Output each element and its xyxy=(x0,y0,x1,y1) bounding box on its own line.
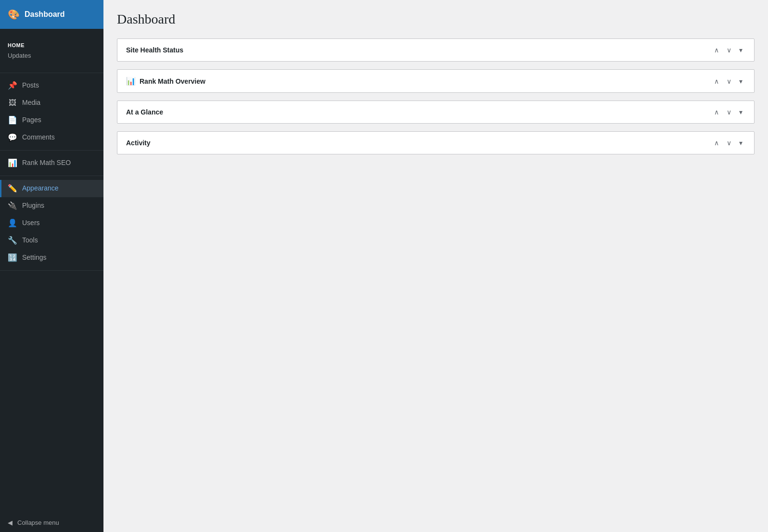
updates-label[interactable]: Updates xyxy=(0,52,103,67)
widget-rank-math-up-btn[interactable]: ∧ xyxy=(711,77,722,86)
widget-at-a-glance-up-btn[interactable]: ∧ xyxy=(711,108,722,116)
rank-math-icon: 📊 xyxy=(8,158,17,168)
sidebar-item-tools-label: Tools xyxy=(22,236,38,245)
widget-site-health-label: Site Health Status xyxy=(126,46,183,54)
tools-icon: 🔧 xyxy=(8,236,17,245)
users-icon: 👤 xyxy=(8,218,17,228)
widget-site-health-header: Site Health Status ∧ ∨ ▾ xyxy=(117,39,754,61)
widget-at-a-glance-title: At a Glance xyxy=(126,108,163,116)
sidebar-item-settings[interactable]: 🔢 Settings xyxy=(0,249,103,266)
sidebar-item-tools[interactable]: 🔧 Tools xyxy=(0,232,103,249)
widget-activity-header: Activity ∧ ∨ ▾ xyxy=(117,132,754,154)
widget-rank-math-overview-header: 📊 Rank Math Overview ∧ ∨ ▾ xyxy=(117,70,754,92)
sidebar-header[interactable]: 🎨 Dashboard xyxy=(0,0,103,29)
widget-site-health: Site Health Status ∧ ∨ ▾ xyxy=(117,38,755,62)
sidebar-item-media-label: Media xyxy=(22,98,40,108)
widget-at-a-glance: At a Glance ∧ ∨ ▾ xyxy=(117,101,755,124)
sidebar-item-rank-math[interactable]: 📊 Rank Math SEO xyxy=(0,154,103,172)
collapse-menu-label: Collapse menu xyxy=(17,519,59,526)
sidebar-item-rank-math-label: Rank Math SEO xyxy=(22,158,71,168)
widget-at-a-glance-config-btn[interactable]: ▾ xyxy=(736,108,745,116)
sidebar-header-title: Dashboard xyxy=(25,10,65,19)
pages-icon: 📄 xyxy=(8,115,17,125)
widget-rank-math-overview-controls: ∧ ∨ ▾ xyxy=(711,77,745,86)
widget-rank-math-config-btn[interactable]: ▾ xyxy=(736,77,745,86)
widget-activity: Activity ∧ ∨ ▾ xyxy=(117,131,755,154)
widget-rank-math-down-btn[interactable]: ∨ xyxy=(724,77,734,86)
posts-icon: 📌 xyxy=(8,81,17,90)
widget-activity-title: Activity xyxy=(126,139,151,147)
sidebar-item-appearance-wrapper: ✏️ Appearance Themes Customize Widgets M… xyxy=(0,180,103,197)
widget-at-a-glance-header: At a Glance ∧ ∨ ▾ xyxy=(117,101,754,123)
widget-rank-math-overview: 📊 Rank Math Overview ∧ ∨ ▾ xyxy=(117,69,755,93)
dashboard-icon: 🎨 xyxy=(8,9,20,20)
sidebar-item-plugins[interactable]: 🔌 Plugins xyxy=(0,197,103,215)
rank-math-widget-icon: 📊 xyxy=(126,76,136,86)
divider-1 xyxy=(0,73,103,73)
sidebar-item-posts[interactable]: 📌 Posts xyxy=(0,77,103,94)
sidebar: 🎨 Dashboard Home Updates 📌 Posts 🖼 Media… xyxy=(0,0,103,532)
sidebar-item-appearance-label: Appearance xyxy=(22,184,59,193)
media-icon: 🖼 xyxy=(8,98,17,108)
widget-rank-math-overview-title: 📊 Rank Math Overview xyxy=(126,76,205,86)
widget-site-health-title: Site Health Status xyxy=(126,46,183,54)
sidebar-item-pages[interactable]: 📄 Pages xyxy=(0,112,103,129)
sidebar-item-users[interactable]: 👤 Users xyxy=(0,215,103,232)
sidebar-item-posts-label: Posts xyxy=(22,81,39,90)
divider-4 xyxy=(0,270,103,271)
widget-activity-label: Activity xyxy=(126,139,151,147)
sidebar-item-pages-label: Pages xyxy=(22,115,41,125)
home-label[interactable]: Home xyxy=(0,35,103,52)
widget-rank-math-overview-label: Rank Math Overview xyxy=(140,77,205,85)
collapse-icon: ◀ xyxy=(8,519,13,526)
plugins-icon: 🔌 xyxy=(8,201,17,211)
widget-at-a-glance-label: At a Glance xyxy=(126,108,163,116)
sidebar-item-comments-label: Comments xyxy=(22,133,55,142)
sidebar-item-users-label: Users xyxy=(22,218,40,228)
main-content: Dashboard Site Health Status ∧ ∨ ▾ 📊 Ran… xyxy=(103,0,768,532)
divider-3 xyxy=(0,176,103,176)
sidebar-item-settings-label: Settings xyxy=(22,253,47,263)
widget-activity-controls: ∧ ∨ ▾ xyxy=(711,139,745,147)
widget-activity-up-btn[interactable]: ∧ xyxy=(711,139,722,147)
collapse-menu[interactable]: ◀ Collapse menu xyxy=(0,513,103,532)
sidebar-item-plugins-label: Plugins xyxy=(22,201,44,211)
appearance-icon: ✏️ xyxy=(8,184,17,193)
sidebar-item-appearance[interactable]: ✏️ Appearance xyxy=(0,180,103,197)
widget-site-health-down-btn[interactable]: ∨ xyxy=(724,46,734,54)
widget-at-a-glance-down-btn[interactable]: ∨ xyxy=(724,108,734,116)
divider-2 xyxy=(0,150,103,151)
widget-at-a-glance-controls: ∧ ∨ ▾ xyxy=(711,108,745,116)
sidebar-item-comments[interactable]: 💬 Comments xyxy=(0,129,103,146)
widget-site-health-up-btn[interactable]: ∧ xyxy=(711,46,722,54)
widget-site-health-config-btn[interactable]: ▾ xyxy=(736,46,745,54)
settings-icon: 🔢 xyxy=(8,253,17,263)
page-title: Dashboard xyxy=(117,12,755,27)
widget-activity-down-btn[interactable]: ∨ xyxy=(724,139,734,147)
widget-activity-config-btn[interactable]: ▾ xyxy=(736,139,745,147)
widget-site-health-controls: ∧ ∨ ▾ xyxy=(711,46,745,54)
comments-icon: 💬 xyxy=(8,133,17,142)
sidebar-item-media[interactable]: 🖼 Media xyxy=(0,94,103,112)
